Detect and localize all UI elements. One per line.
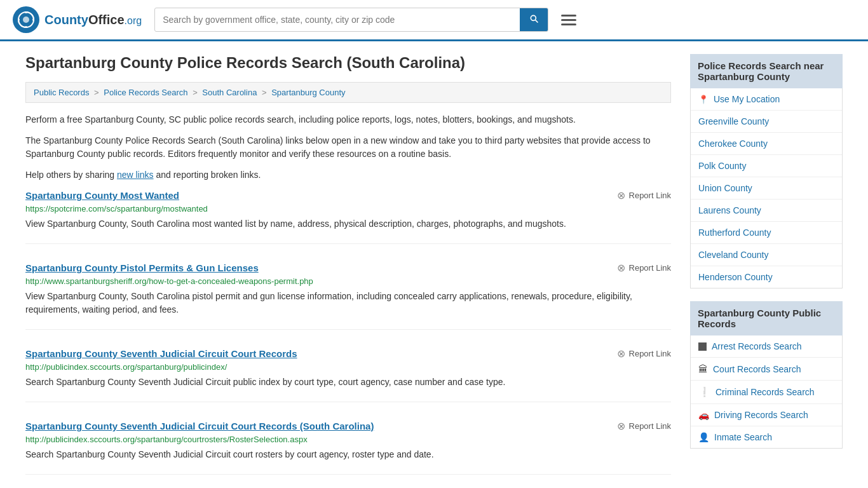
public-records-item-4[interactable]: 👤 Inmate Search bbox=[691, 426, 842, 448]
report-icon-1: ⊗ bbox=[617, 262, 625, 274]
logo-icon bbox=[13, 6, 39, 33]
search-input[interactable] bbox=[155, 10, 520, 30]
result-title-2[interactable]: Spartanburg County Seventh Judicial Circ… bbox=[25, 348, 297, 359]
person-icon: 👤 bbox=[698, 432, 709, 442]
nearby-county-link-1[interactable]: Cherokee County bbox=[698, 139, 768, 149]
nearby-county-item-1[interactable]: Cherokee County bbox=[691, 133, 842, 155]
svg-point-3 bbox=[32, 18, 34, 21]
public-records-item-3[interactable]: 🚗 Driving Records Search bbox=[691, 404, 842, 426]
nearby-county-item-4[interactable]: Laurens County bbox=[691, 200, 842, 222]
public-records-link-2[interactable]: Criminal Records Search bbox=[715, 387, 815, 397]
svg-point-1 bbox=[23, 17, 29, 23]
results-list: Spartanburg County Most Wanted ⊗ Report … bbox=[25, 189, 671, 475]
nearby-county-link-3[interactable]: Union County bbox=[698, 183, 752, 193]
report-link-label-0: Report Link bbox=[629, 191, 671, 200]
report-link-label-1: Report Link bbox=[629, 263, 671, 273]
nearby-list: 📍 Use My Location Greenville CountyChero… bbox=[690, 88, 843, 288]
report-link-button-3[interactable]: ⊗ Report Link bbox=[617, 420, 671, 432]
report-link-button-1[interactable]: ⊗ Report Link bbox=[617, 262, 671, 274]
report-link-button-2[interactable]: ⊗ Report Link bbox=[617, 348, 671, 360]
nearby-county-item-7[interactable]: Henderson County bbox=[691, 266, 842, 288]
result-item-3: Spartanburg County Seventh Judicial Circ… bbox=[25, 420, 671, 475]
menu-button[interactable] bbox=[561, 15, 576, 25]
location-icon: 📍 bbox=[698, 95, 709, 104]
result-desc-0: View Spartanburg County, South Carolina … bbox=[25, 217, 671, 231]
report-link-label-3: Report Link bbox=[629, 421, 671, 431]
pillars-icon: 🏛 bbox=[698, 363, 708, 374]
result-header-0: Spartanburg County Most Wanted ⊗ Report … bbox=[25, 189, 671, 201]
nearby-county-link-6[interactable]: Cleveland County bbox=[698, 250, 769, 260]
nearby-county-link-0[interactable]: Greenville County bbox=[698, 116, 769, 126]
main-container: Spartanburg County Police Records Search… bbox=[0, 41, 868, 488]
svg-point-4 bbox=[18, 18, 20, 21]
result-title-3[interactable]: Spartanburg County Seventh Judicial Circ… bbox=[25, 421, 374, 431]
result-item-2: Spartanburg County Seventh Judicial Circ… bbox=[25, 348, 671, 402]
car-icon: 🚗 bbox=[698, 410, 709, 420]
nearby-county-link-2[interactable]: Polk County bbox=[698, 161, 746, 171]
public-records-link-3[interactable]: Driving Records Search bbox=[714, 410, 808, 420]
public-records-link-4[interactable]: Inmate Search bbox=[714, 432, 772, 442]
public-records-item-2[interactable]: ❕ Criminal Records Search bbox=[691, 381, 842, 404]
result-desc-1: View Spartanburg County, South Carolina … bbox=[25, 290, 671, 316]
report-icon-3: ⊗ bbox=[617, 420, 625, 432]
content-area: Spartanburg County Police Records Search… bbox=[25, 54, 671, 488]
breadcrumb: Public Records > Police Records Search >… bbox=[25, 82, 671, 103]
description-3: Help others by sharing new links and rep… bbox=[25, 168, 671, 182]
site-header: CountyOffice.org bbox=[0, 0, 868, 41]
result-header-3: Spartanburg County Seventh Judicial Circ… bbox=[25, 420, 671, 432]
page-title: Spartanburg County Police Records Search… bbox=[25, 54, 671, 72]
public-records-section: Spartanburg County Public Records Arrest… bbox=[690, 301, 843, 449]
nearby-county-item-6[interactable]: Cleveland County bbox=[691, 244, 842, 266]
result-url-1[interactable]: http://www.spartanburgsheriff.org/how-to… bbox=[25, 276, 671, 286]
result-url-2[interactable]: http://publicindex.sccourts.org/spartanb… bbox=[25, 362, 671, 372]
nearby-county-item-3[interactable]: Union County bbox=[691, 177, 842, 200]
public-records-title: Spartanburg County Public Records bbox=[690, 301, 843, 336]
breadcrumb-public-records[interactable]: Public Records bbox=[34, 88, 89, 97]
result-url-0[interactable]: https://spotcrime.com/sc/spartanburg/mos… bbox=[25, 204, 671, 214]
public-records-link-1[interactable]: Court Records Search bbox=[713, 364, 801, 374]
svg-point-5 bbox=[25, 26, 27, 28]
report-icon-2: ⊗ bbox=[617, 348, 625, 360]
report-link-button-0[interactable]: ⊗ Report Link bbox=[617, 189, 671, 201]
nearby-section-title: Police Records Search near Spartanburg C… bbox=[690, 54, 843, 88]
result-desc-3: Search Spartanburg County Seventh Judici… bbox=[25, 448, 671, 461]
nearby-county-item-0[interactable]: Greenville County bbox=[691, 111, 842, 133]
result-title-0[interactable]: Spartanburg County Most Wanted bbox=[25, 190, 179, 201]
report-icon-0: ⊗ bbox=[617, 189, 625, 201]
logo-text: CountyOffice.org bbox=[44, 13, 142, 27]
result-header-1: Spartanburg County Pistol Permits & Gun … bbox=[25, 262, 671, 274]
nearby-county-item-2[interactable]: Polk County bbox=[691, 155, 842, 177]
search-bar bbox=[154, 8, 548, 32]
result-url-3[interactable]: http://publicindex.sccourts.org/spartanb… bbox=[25, 435, 671, 444]
result-header-2: Spartanburg County Seventh Judicial Circ… bbox=[25, 348, 671, 360]
nearby-county-link-4[interactable]: Laurens County bbox=[698, 205, 761, 215]
description-2: The Spartanburg County Police Records Se… bbox=[25, 134, 671, 161]
public-records-item-0[interactable]: Arrest Records Search bbox=[691, 336, 842, 358]
public-records-list: Arrest Records Search 🏛 Court Records Se… bbox=[690, 336, 843, 449]
description-1: Perform a free Spartanburg County, SC pu… bbox=[25, 113, 671, 126]
public-records-item-1[interactable]: 🏛 Court Records Search bbox=[691, 358, 842, 381]
result-item-1: Spartanburg County Pistol Permits & Gun … bbox=[25, 262, 671, 330]
search-button[interactable] bbox=[520, 8, 548, 31]
result-desc-2: Search Spartanburg County Seventh Judici… bbox=[25, 376, 671, 389]
logo[interactable]: CountyOffice.org bbox=[13, 6, 142, 33]
svg-point-2 bbox=[25, 11, 27, 13]
result-title-1[interactable]: Spartanburg County Pistol Permits & Gun … bbox=[25, 262, 259, 273]
nearby-section: Police Records Search near Spartanburg C… bbox=[690, 54, 843, 288]
new-links[interactable]: new links bbox=[117, 170, 154, 180]
result-item-0: Spartanburg County Most Wanted ⊗ Report … bbox=[25, 189, 671, 244]
breadcrumb-police-records-search[interactable]: Police Records Search bbox=[104, 88, 187, 97]
public-records-link-0[interactable]: Arrest Records Search bbox=[712, 341, 802, 351]
nearby-county-link-5[interactable]: Rutherford County bbox=[698, 227, 771, 238]
nearby-county-link-7[interactable]: Henderson County bbox=[698, 272, 773, 282]
use-location-link[interactable]: Use My Location bbox=[714, 94, 780, 104]
use-location-item[interactable]: 📍 Use My Location bbox=[691, 88, 842, 111]
sidebar: Police Records Search near Spartanburg C… bbox=[690, 54, 843, 488]
report-link-label-2: Report Link bbox=[629, 349, 671, 358]
square-icon bbox=[698, 342, 707, 351]
exclaim-icon: ❕ bbox=[698, 386, 710, 398]
breadcrumb-south-carolina[interactable]: South Carolina bbox=[202, 88, 257, 97]
breadcrumb-spartanburg-county[interactable]: Spartanburg County bbox=[271, 88, 345, 97]
nearby-county-item-5[interactable]: Rutherford County bbox=[691, 222, 842, 244]
